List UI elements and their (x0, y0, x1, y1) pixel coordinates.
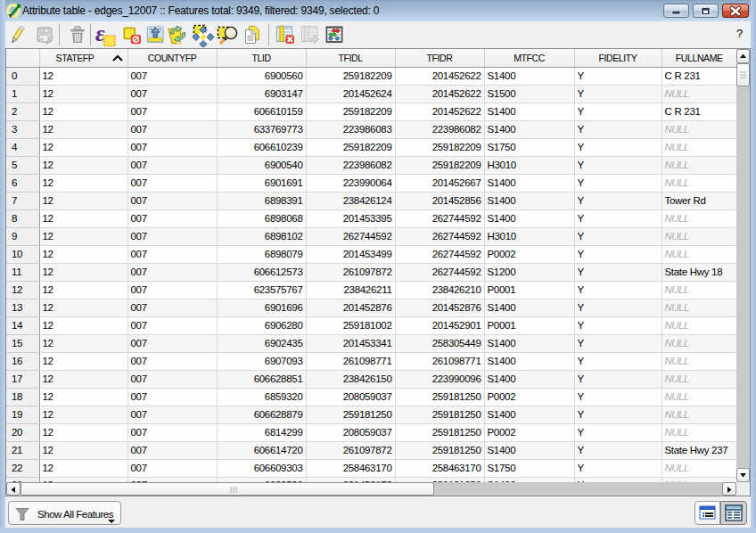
svg-text:ε: ε (95, 24, 105, 46)
